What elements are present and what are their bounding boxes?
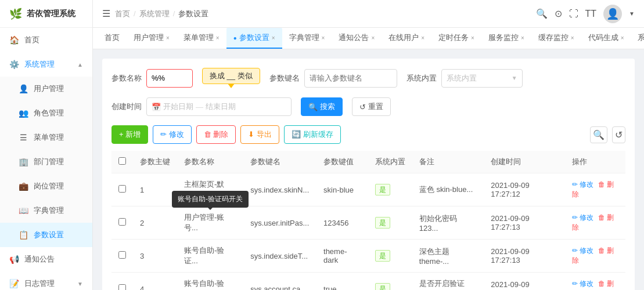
action-bar-left: + 新增 ✏ 修改 🗑 删除 ⬇ 导出 🔄 刷新缓存: [111, 125, 341, 144]
system-icon: ⚙️: [9, 60, 19, 69]
sidebar-item-system[interactable]: ⚙️ 系统管理 ▲: [0, 52, 92, 77]
param-name-input[interactable]: [146, 69, 193, 88]
sidebar-item-user[interactable]: 👤 用户管理: [0, 77, 92, 101]
row2-action: ✏ 修改 🗑 删除: [565, 206, 625, 240]
row1-checkbox[interactable]: [118, 185, 126, 193]
tab-cache[interactable]: 缓存监控 ×: [531, 28, 581, 49]
tab-task[interactable]: 定时任务 ×: [431, 28, 481, 49]
tab-dict-close[interactable]: ×: [322, 35, 325, 41]
row2-edit-btn[interactable]: ✏ 修改: [572, 213, 593, 222]
tab-params[interactable]: ● 参数设置 ×: [226, 28, 282, 49]
tab-service[interactable]: 服务监控 ×: [481, 28, 531, 49]
tab-online[interactable]: 在线用户 ×: [382, 28, 431, 49]
data-table-wrap: 参数主键 参数名称 参数键名 参数键值 系统内置 备注 创建时间 操作: [111, 151, 625, 290]
avatar[interactable]: 👤: [603, 5, 622, 23]
table-search-icon[interactable]: 🔍: [590, 126, 607, 143]
menu-toggle-button[interactable]: ☰: [102, 8, 110, 19]
delete-button[interactable]: 🗑 删除: [196, 125, 236, 144]
tab-params-close[interactable]: ×: [272, 35, 275, 41]
refresh-button[interactable]: 🔄 刷新缓存: [284, 125, 341, 144]
tab-online-close[interactable]: ×: [421, 35, 424, 41]
tab-sysapi[interactable]: 系统接口 ×: [631, 28, 644, 49]
tab-notice[interactable]: 通知公告 ×: [332, 28, 382, 49]
select-all-checkbox[interactable]: [118, 157, 126, 165]
tab-menu-close[interactable]: ×: [216, 35, 220, 41]
search-button[interactable]: 🔍 搜索: [301, 97, 343, 116]
create-time-label: 创建时间: [111, 102, 142, 112]
param-key-input[interactable]: [304, 69, 397, 88]
search-bar: 参数名称 换成 __ 类似 参数键名 系统内置: [111, 68, 625, 88]
row4-checkbox[interactable]: [118, 284, 126, 290]
fontsize-icon[interactable]: TT: [585, 9, 597, 19]
edit-button[interactable]: ✏ 修改: [153, 125, 192, 144]
table-refresh-icon[interactable]: ↺: [612, 126, 625, 143]
add-button[interactable]: + 新增: [111, 125, 148, 144]
row1-edit-btn[interactable]: ✏ 修改: [572, 180, 593, 188]
row2-checkbox-cell: [111, 206, 133, 240]
breadcrumb-sep1: /: [134, 9, 136, 18]
tab-notice-close[interactable]: ×: [371, 35, 375, 41]
param-name-field: 参数名称: [111, 69, 193, 88]
table-row: 2 用户管理-账号... 账号自助-验证码开关 sys.user.initPas…: [111, 206, 625, 240]
row2-checkbox[interactable]: [118, 218, 126, 226]
menu-icon: ☰: [19, 133, 28, 142]
sidebar-item-role[interactable]: 👥 角色管理: [0, 101, 92, 125]
row3-name: 账号自助-验证...: [177, 240, 243, 273]
tab-user-close[interactable]: ×: [166, 35, 170, 41]
sidebar-item-dept[interactable]: 🏢 部门管理: [0, 150, 92, 174]
tab-cache-close[interactable]: ×: [571, 35, 574, 41]
search-btn-label: 搜索: [320, 102, 335, 112]
breadcrumb-system[interactable]: 系统管理: [139, 9, 170, 19]
breadcrumb-home[interactable]: 首页: [115, 9, 130, 19]
dict-label: 字典管理: [34, 205, 83, 216]
tab-home[interactable]: 首页: [98, 28, 127, 49]
row3-edit-btn[interactable]: ✏ 修改: [572, 246, 593, 255]
annotation-text: 换成 __ 类似: [202, 68, 260, 84]
reset-btn-icon: ↺: [359, 103, 366, 111]
row4-edit-btn[interactable]: ✏ 修改: [572, 280, 593, 288]
fullscreen-icon[interactable]: ⛶: [569, 9, 578, 19]
row1-action: ✏ 修改 🗑 删除: [565, 173, 625, 206]
add-btn-label: + 新增: [119, 129, 141, 140]
sidebar-item-notice[interactable]: 📢 通知公告: [0, 247, 92, 271]
table-row: 4 账号自助-验证... sys.account.ca... true 是 是否…: [111, 273, 625, 291]
calendar-icon: 📅: [152, 103, 161, 111]
tab-service-close[interactable]: ×: [521, 35, 524, 41]
sidebar-item-home[interactable]: 🏠 首页: [0, 28, 92, 52]
system-content-select[interactable]: 系统内置 ▼: [441, 69, 523, 88]
tab-codegen-close[interactable]: ×: [621, 35, 624, 41]
tab-codegen[interactable]: 代码生成 ×: [581, 28, 631, 49]
export-button[interactable]: ⬇ 导出: [240, 125, 279, 144]
sidebar-group-system: ⚙️ 系统管理 ▲ 👤 用户管理 👥 角色管理 ☰ 菜单管理 🏢: [0, 52, 92, 247]
tab-params-label: 参数设置: [239, 32, 269, 43]
github-icon[interactable]: ⊙: [555, 8, 562, 19]
tab-dict[interactable]: 字典管理 ×: [282, 28, 332, 49]
date-range-picker[interactable]: 📅 开始日期 — 结束日期: [146, 97, 292, 116]
table-row: 3 账号自助-验证... sys.index.sideT... theme-da…: [111, 240, 625, 273]
row1-checkbox-cell: [111, 173, 133, 206]
row2-value: 123456: [316, 206, 368, 240]
sidebar-item-log[interactable]: 📝 日志管理 ▼: [0, 271, 92, 290]
tab-user[interactable]: 用户管理 ×: [127, 28, 177, 49]
col-value: 参数键值: [316, 151, 368, 173]
select-arrow-icon: ▼: [512, 75, 517, 81]
system-children: 👤 用户管理 👥 角色管理 ☰ 菜单管理 🏢 部门管理 💼 岗位管理: [0, 77, 92, 247]
reset-button[interactable]: ↺ 重置: [352, 97, 391, 116]
row1-remark: 蓝色 skin-blue...: [412, 173, 484, 206]
tab-menu[interactable]: 菜单管理 ×: [177, 28, 226, 49]
row3-key: sys.index.sideT...: [243, 240, 316, 273]
sidebar-item-post[interactable]: 💼 岗位管理: [0, 174, 92, 198]
sidebar-item-params[interactable]: 📋 参数设置: [0, 223, 92, 247]
row3-checkbox[interactable]: [118, 251, 126, 259]
tab-task-close[interactable]: ×: [471, 35, 474, 41]
sidebar-item-menu[interactable]: ☰ 菜单管理: [0, 125, 92, 150]
col-key: 参数键名: [243, 151, 316, 173]
role-label: 角色管理: [34, 108, 83, 118]
params-icon: 📋: [19, 230, 28, 240]
log-icon: 📝: [9, 279, 19, 288]
chevron-down-nav-icon[interactable]: ▼: [629, 10, 635, 17]
col-time: 创建时间: [484, 151, 565, 173]
search-icon[interactable]: 🔍: [536, 8, 548, 19]
row1-id: 1: [133, 173, 177, 206]
sidebar-item-dict[interactable]: 📖 字典管理: [0, 198, 92, 223]
